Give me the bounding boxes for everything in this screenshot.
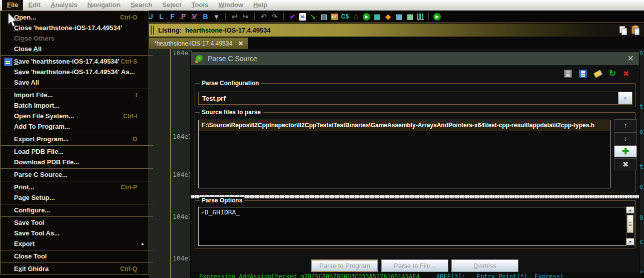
file-menu-item[interactable]: Close 'hearthstone-iOS-17.4.49534' <box>1 23 149 33</box>
save-profile-icon[interactable] <box>564 70 572 78</box>
memory-icon[interactable]: ▦ <box>373 12 381 21</box>
remove-file-button[interactable]: ✖ <box>614 158 637 170</box>
file-list-controls: ↑ ↓ ✚ ✖ <box>614 119 637 170</box>
menubar-item[interactable]: Select <box>157 0 186 11</box>
menubar-item[interactable]: File <box>2 0 23 11</box>
menubar-item[interactable]: Edit <box>23 0 46 11</box>
dropdown-caret-icon[interactable]: ▾ <box>212 12 221 21</box>
move-down-button[interactable]: ↓ <box>614 132 637 144</box>
splitter-handle[interactable] <box>191 195 639 198</box>
file-menu-item[interactable]: Export <box>1 238 149 249</box>
menubar-item[interactable]: Window <box>213 0 248 11</box>
file-menu-item[interactable]: Configure... <box>1 205 149 215</box>
scroll-down-icon[interactable]: ▼ <box>626 238 634 245</box>
refresh-icon[interactable]: ↻ <box>609 70 616 78</box>
file-menu-item[interactable]: Open... Ctrl-O <box>1 12 149 23</box>
table-export-icon[interactable]: ▦ <box>406 12 414 21</box>
run-icon[interactable]: ▶ <box>433 13 441 21</box>
file-menu-item[interactable]: Exit Ghidra Ctrl-Q <box>1 263 149 274</box>
copy-icon[interactable] <box>619 26 626 34</box>
parse-options-group: Parse Options -D_GHIDRA_ <box>195 200 636 248</box>
menubar-item[interactable]: Analysis <box>46 0 82 11</box>
table-icon[interactable]: ▦ <box>395 12 403 21</box>
letter-b-icon[interactable]: B <box>201 12 210 21</box>
file-menu-item[interactable]: Add To Program... <box>1 121 149 132</box>
data-types-icon[interactable]: ▤ <box>320 12 328 21</box>
menu-item-shortcut: Ctrl-Q <box>120 265 137 272</box>
scrollbar-thumb[interactable] <box>627 215 633 233</box>
menu-item-icon <box>3 123 14 130</box>
validate-icon[interactable]: ✔ <box>288 12 297 21</box>
file-menu-item[interactable]: Batch Import... <box>1 100 149 111</box>
open-archive-icon[interactable]: DT <box>331 14 338 20</box>
file-menu-item[interactable]: Save 'hearthstone-iOS-17.4.49534' As... <box>1 67 149 77</box>
toolbar-separator[interactable] <box>225 13 226 21</box>
toolbar-separator[interactable] <box>283 13 284 21</box>
dialog-titlebar[interactable]: Parse C Source ✕ <box>191 52 639 65</box>
file-menu-item[interactable]: Open File System... Ctrl-I <box>1 111 149 121</box>
snapshot-back-icon[interactable]: ↩ <box>230 12 239 21</box>
file-menu-item[interactable]: Parse C Source... <box>1 169 149 180</box>
function-graph-icon[interactable]: ∴ <box>352 12 360 21</box>
letter-f-icon[interactable]: F <box>168 12 177 21</box>
file-menu-item[interactable]: Close Others <box>1 33 149 44</box>
undo-icon[interactable]: ↶ <box>259 12 268 21</box>
snapshot-forward-icon[interactable]: ↪ <box>241 12 250 21</box>
letter-v-crossed-icon[interactable]: V <box>190 12 199 21</box>
file-menu-item[interactable]: Load PDB File... <box>1 146 149 157</box>
listing-panel-header[interactable]: Listing: hearthstone-iOS-17.4.49534 <box>149 24 644 37</box>
file-menu-item[interactable]: Close Tool <box>1 251 149 261</box>
file-menu-item[interactable]: Print... Ctrl-P <box>1 182 149 192</box>
save-profile-as-icon[interactable] <box>579 70 587 78</box>
scroll-up-icon[interactable]: ▲ <box>626 207 634 213</box>
combobox-dropdown-icon[interactable] <box>618 92 632 104</box>
clear-flow-icon[interactable]: ↘ <box>309 12 317 21</box>
options-scrollbar[interactable]: ▲ ▼ <box>626 206 634 245</box>
menubar-item[interactable]: Tools <box>187 0 214 11</box>
file-menu-item[interactable]: Download PDB File... <box>1 157 149 167</box>
dialog-button[interactable]: Parse to Program <box>311 259 378 272</box>
chart-icon[interactable] <box>417 14 424 20</box>
listing-edge-char: 9 <box>639 214 643 221</box>
profile-combobox[interactable]: Test.prf <box>198 92 632 105</box>
file-menu-item[interactable]: Save Tool As... <box>1 228 149 238</box>
clear-profile-icon[interactable] <box>593 69 602 78</box>
listing-edge-char: o <box>639 128 643 135</box>
menubar-item[interactable]: Navigation <box>82 0 125 11</box>
file-menu-item[interactable]: Save 'hearthstone-iOS-17.4.49534' Ctrl-S <box>1 56 149 67</box>
move-up-button[interactable]: ↑ <box>614 119 637 131</box>
file-menu-item[interactable]: Save All <box>1 77 149 88</box>
delete-profile-icon[interactable]: ✖ <box>623 70 629 78</box>
menubar-item[interactable]: Search <box>126 0 157 11</box>
add-file-button[interactable]: ✚ <box>614 145 637 157</box>
parse-options-textarea[interactable]: -D_GHIDRA_ <box>198 207 626 246</box>
menu-item-icon <box>3 252 14 260</box>
menu-item-label: Add To Program... <box>14 123 70 130</box>
dialog-button[interactable]: Dismiss <box>451 259 518 272</box>
dialog-close-icon[interactable]: ✕ <box>627 55 634 63</box>
menu-item-shortcut: Ctrl-I <box>123 113 137 120</box>
paste-icon[interactable] <box>631 26 639 34</box>
letter-f-crossed-icon[interactable]: F <box>179 12 188 21</box>
file-menu-item[interactable]: Import File... I <box>1 90 149 100</box>
file-menu-item[interactable]: Page Setup... <box>1 192 149 203</box>
toolbar-separator[interactable] <box>428 13 429 21</box>
file-menu-item[interactable]: Save Tool <box>1 217 149 228</box>
toolbar-separator[interactable] <box>254 13 255 21</box>
dialog-button[interactable]: Parse to File... <box>381 259 448 272</box>
diamond-icon[interactable]: ◆ <box>384 12 392 21</box>
source-file-row[interactable]: F:\Source\Repos\Il2CppInspector\Il2CppTe… <box>199 120 610 131</box>
file-menu-item[interactable]: Export Program... O <box>1 134 149 144</box>
redo-icon[interactable]: ↷ <box>270 12 279 21</box>
panel-grip-icon[interactable] <box>151 26 154 35</box>
tab-close-icon[interactable]: ✕ <box>238 40 243 47</box>
file-menu-item[interactable]: Close All <box>1 44 149 54</box>
letter-l-icon[interactable]: L <box>157 12 166 21</box>
menubar-item[interactable]: Help <box>248 0 272 11</box>
program-tab[interactable]: *hearthstone-iOS-17.4.49534 ✕ <box>149 38 248 49</box>
memory-map-icon[interactable]: 01 <box>299 13 306 21</box>
source-file-list[interactable]: F:\Source\Repos\Il2CppInspector\Il2CppTe… <box>198 120 610 188</box>
c-spec-icon[interactable]: C$ <box>341 12 349 21</box>
ghidra-dragon-icon <box>196 55 203 62</box>
play-icon[interactable]: ▶ <box>363 13 370 21</box>
